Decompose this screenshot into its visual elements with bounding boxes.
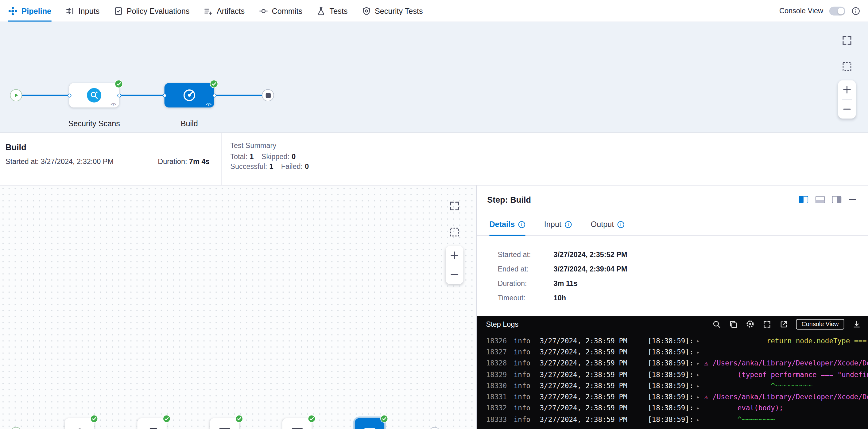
log-row: 18329info3/27/2024, 2:38:59 PM[18:38:59]… xyxy=(477,369,868,380)
zoom-out-button[interactable] xyxy=(450,270,460,279)
artifacts-icon xyxy=(204,6,213,16)
zoom-in-button[interactable] xyxy=(842,85,852,95)
tab-label: Commits xyxy=(272,6,303,16)
console-view-toggle[interactable] xyxy=(829,6,845,16)
top-navigation: Pipeline Inputs Policy Evaluations Artif… xyxy=(0,0,868,22)
log-expand-caret[interactable]: ▸ xyxy=(696,338,704,344)
step-install-build-dependencies[interactable]: </> xyxy=(282,418,312,429)
tab-label: Pipeline xyxy=(22,6,51,16)
step-details: Started at:3/27/2024, 2:35:52 PM Ended a… xyxy=(477,236,868,316)
code-glyph: </> xyxy=(206,102,212,106)
security-scan-icon xyxy=(86,88,102,103)
selection-button[interactable] xyxy=(842,61,852,71)
step-build[interactable]: </> xyxy=(355,418,384,429)
inputs-icon xyxy=(66,6,74,16)
log-fullscreen-button[interactable] xyxy=(763,320,771,328)
security-tests-icon xyxy=(362,6,371,16)
tab-artifacts[interactable]: Artifacts xyxy=(204,0,245,22)
log-settings-button[interactable] xyxy=(746,320,754,329)
log-level: info xyxy=(514,370,540,379)
node-build-stage[interactable]: </> xyxy=(164,83,214,108)
play-icon xyxy=(13,92,19,98)
log-copy-button[interactable] xyxy=(729,320,737,328)
log-message: eval(body); xyxy=(704,404,868,412)
sync-icon xyxy=(72,426,87,429)
toggle-knob xyxy=(838,7,844,14)
log-message: (typeof performance === "undefine xyxy=(704,370,868,379)
layout-right-pane-icon[interactable] xyxy=(832,196,842,203)
log-expand-caret[interactable]: ▸ xyxy=(696,394,704,400)
marquee-icon xyxy=(842,61,852,71)
tab-output[interactable]: Output xyxy=(591,220,625,236)
log-row: 18330info3/27/2024, 2:38:59 PM[18:38:59]… xyxy=(477,380,868,392)
stage-label: Build xyxy=(151,119,228,128)
minus-icon xyxy=(450,270,460,279)
gear-icon xyxy=(746,320,754,329)
selection-button[interactable] xyxy=(450,227,460,237)
info-icon xyxy=(518,221,525,228)
expand-icon xyxy=(841,35,852,46)
log-level: info xyxy=(514,393,540,401)
tab-input[interactable]: Input xyxy=(544,220,572,236)
log-level: info xyxy=(514,348,540,356)
stop-icon xyxy=(266,93,270,98)
log-expand-caret[interactable]: ▸ xyxy=(696,349,704,355)
tab-tests[interactable]: Tests xyxy=(317,0,347,22)
tab-details[interactable]: Details xyxy=(489,220,525,236)
info-icon[interactable] xyxy=(851,6,860,16)
canvas-controls xyxy=(838,35,856,119)
step-run-npm-tests[interactable]: </> xyxy=(210,418,239,429)
log-level: info xyxy=(514,359,540,367)
log-timestamp: 3/27/2024, 2:38:59 PM xyxy=(540,381,648,390)
tab-security-tests[interactable]: Security Tests xyxy=(362,0,423,22)
app-window: Pipeline Inputs Policy Evaluations Artif… xyxy=(0,0,868,429)
log-expand-caret[interactable]: ▸ xyxy=(696,417,704,423)
started-at: Started at: 3/27/2024, 2:32:00 PM xyxy=(5,157,114,165)
log-clock: [18:38:59]: xyxy=(648,359,696,367)
step-initialize[interactable]: </> xyxy=(65,418,94,429)
zoom-controls xyxy=(446,246,463,284)
commits-icon xyxy=(259,6,268,16)
divider xyxy=(842,99,852,100)
log-line-number: 18332 xyxy=(486,404,514,412)
layout-bottom-pane-icon[interactable] xyxy=(815,196,825,203)
log-level: info xyxy=(514,381,540,390)
test-summary-row-1: Total:1Skipped:0 xyxy=(230,152,309,161)
step-title: Step: Build xyxy=(487,195,531,204)
nav-tabs: Pipeline Inputs Policy Evaluations Artif… xyxy=(8,0,423,22)
success-badge xyxy=(115,80,123,88)
download-icon xyxy=(852,320,861,328)
log-toolbar: Console View xyxy=(712,319,861,329)
layout-left-pane-icon[interactable] xyxy=(799,196,808,203)
pipeline-connector xyxy=(16,95,268,96)
log-download-button[interactable] xyxy=(852,320,861,328)
step-clone-codebase[interactable]: </> xyxy=(137,418,167,429)
tab-pipeline[interactable]: Pipeline xyxy=(8,0,51,22)
build-stage-icon xyxy=(182,88,196,102)
tab-policy-evaluations[interactable]: Policy Evaluations xyxy=(114,0,189,22)
log-expand-caret[interactable]: ▸ xyxy=(696,360,704,366)
fullscreen-button[interactable] xyxy=(449,201,460,212)
log-expand-caret[interactable]: ▸ xyxy=(696,405,704,411)
tab-commits[interactable]: Commits xyxy=(259,0,302,22)
step-logs-panel: Step Logs Console View 18326info3/27/202… xyxy=(477,316,868,429)
zoom-out-button[interactable] xyxy=(842,104,852,114)
log-expand-caret[interactable]: ▸ xyxy=(696,382,704,389)
log-open-external-button[interactable] xyxy=(779,320,787,328)
log-expand-caret[interactable]: ▸ xyxy=(696,371,704,377)
log-line-number: 18330 xyxy=(486,381,514,390)
minus-icon xyxy=(842,104,852,114)
divider xyxy=(450,265,460,265)
detail-row: Timeout:10h xyxy=(498,294,868,302)
fullscreen-button[interactable] xyxy=(841,35,852,46)
node-security-scans[interactable]: </> xyxy=(69,83,119,108)
minimize-panel-icon[interactable] xyxy=(849,196,856,203)
zoom-in-button[interactable] xyxy=(450,250,460,260)
lower-section: </> Initialize </> Clone codebase </> xyxy=(0,185,868,429)
info-icon xyxy=(565,221,572,228)
log-search-button[interactable] xyxy=(712,320,721,328)
step-tabs: Details Input Output xyxy=(477,213,868,236)
tab-inputs[interactable]: Inputs xyxy=(66,0,99,22)
terminal-icon xyxy=(362,426,377,429)
console-view-button[interactable]: Console View xyxy=(796,319,844,329)
